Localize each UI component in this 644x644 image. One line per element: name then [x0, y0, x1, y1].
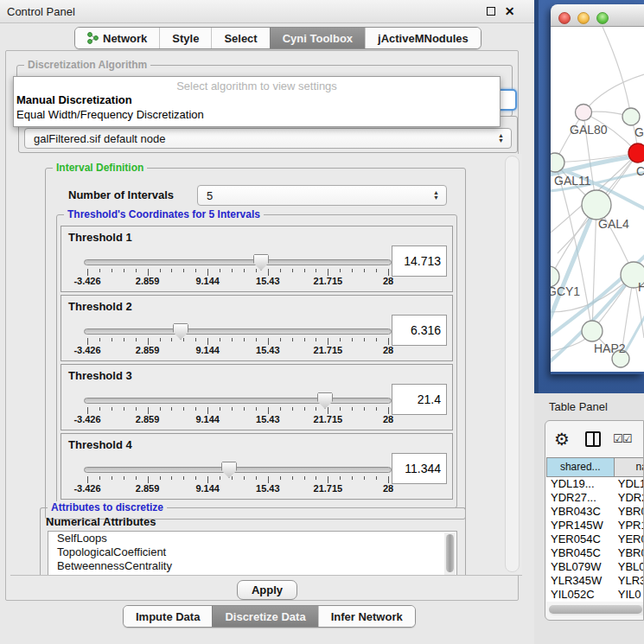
cell[interactable]: YER054C	[546, 532, 615, 546]
table-header-row: shared... name	[546, 457, 644, 477]
tab-infer-network[interactable]: Infer Network	[318, 606, 415, 627]
slider-tick-labels: -3.4262.8599.14415.4321.71528	[87, 345, 388, 355]
threshold-4-value[interactable]: 11.344	[392, 453, 447, 484]
threshold-4-box: Threshold 4 -3.4262.8599.14415.4321.7152…	[61, 433, 453, 500]
tab-impute-data[interactable]: Impute Data	[124, 606, 212, 627]
threshold-2-value[interactable]: 6.316	[392, 315, 447, 346]
cell[interactable]: YPR1	[615, 519, 644, 532]
list-item[interactable]: BetweennessCentrality	[48, 559, 456, 573]
zoom-traffic-light[interactable]	[596, 12, 609, 24]
algorithm-prompt-item[interactable]: Select algorithm to view settings	[14, 80, 500, 92]
interval-definition-group: Interval Definition Number of Intervals …	[45, 168, 466, 520]
table-panel: Table Panel ⚙ ☑☑ shared... name YDL19...…	[534, 393, 644, 644]
attributes-title: Attributes to discretize	[48, 501, 167, 513]
cell[interactable]: YBR045C	[546, 546, 615, 560]
minimize-traffic-light[interactable]	[577, 12, 590, 24]
table-row[interactable]: YER054CYER0	[546, 532, 644, 546]
threshold-1-value[interactable]: 14.713	[392, 245, 447, 277]
table-row[interactable]: YBR045CYBR0	[546, 546, 644, 560]
float-window-icon[interactable]	[485, 6, 496, 17]
cell[interactable]: YDL19...	[546, 477, 615, 491]
split-column-icon[interactable]	[585, 431, 601, 447]
algorithm-item-manual[interactable]: Manual Discretization	[14, 92, 500, 107]
slider-track[interactable]	[84, 467, 392, 473]
table-row[interactable]: YPR145WYPR1	[546, 519, 644, 532]
tab-style[interactable]: Style	[159, 28, 211, 48]
threshold-2-slider[interactable]: -3.4262.8599.14415.4321.71528	[84, 327, 393, 353]
cell[interactable]: YBL0	[615, 560, 644, 574]
cell[interactable]: YPR145W	[546, 519, 615, 532]
column-header-name[interactable]: name	[615, 457, 644, 477]
slider-track[interactable]	[84, 259, 392, 265]
node-red-selected[interactable]	[628, 143, 644, 163]
tab-jactivemnodules[interactable]: jActiveMNodules	[365, 28, 481, 48]
network-window-titlebar[interactable]	[551, 4, 644, 27]
threshold-1-slider[interactable]: -3.4262.8599.14415.4321.71528	[84, 258, 393, 284]
spinner-arrows-icon: ▲▼	[498, 129, 504, 148]
table-row[interactable]: YDL19...YDL1	[546, 477, 644, 491]
thresholds-title: Threshold's Coordinates for 5 Intervals	[64, 208, 264, 220]
node-g[interactable]	[622, 108, 640, 125]
algorithm-item-equal-width[interactable]: Equal Width/Frequency Discretization	[14, 107, 500, 122]
table-data-combo[interactable]: galFiltered.sif default node ▲▼	[24, 128, 512, 149]
network-canvas[interactable]: GAL80 GA C GAL11 GAL4 GCY1 H HAP2	[551, 27, 644, 372]
cell[interactable]: YBL079W	[546, 560, 615, 574]
list-item[interactable]: SelfLoops	[48, 532, 456, 545]
table-row[interactable]: YBL079WYBL0	[546, 560, 644, 574]
threshold-4-slider[interactable]: -3.4262.8599.14415.4321.71528	[84, 465, 393, 491]
tab-select-label: Select	[224, 32, 257, 45]
table-horizontal-scrollbar[interactable]	[549, 605, 644, 615]
thresholds-group: Threshold's Coordinates for 5 Intervals …	[56, 214, 457, 508]
cell[interactable]: YBR0	[615, 546, 644, 560]
slider-track[interactable]	[84, 398, 392, 404]
number-of-intervals-value: 5	[207, 189, 213, 202]
table-row[interactable]: YIL052CYIL0	[546, 588, 644, 602]
discretization-algorithm-title: Discretization Algorithm	[24, 59, 150, 71]
cell[interactable]: YIL052C	[546, 588, 615, 602]
threshold-3-value[interactable]: 21.4	[392, 384, 447, 415]
cell[interactable]: YLR345W	[546, 574, 615, 588]
column-header-shared-name[interactable]: shared...	[546, 457, 615, 477]
cyni-toolbox-panel: Discretization Algorithm Select algorith…	[5, 50, 519, 601]
cell[interactable]: YBR0	[615, 505, 644, 519]
scrollbar-thumb[interactable]	[549, 605, 642, 614]
tab-discretize-data[interactable]: Discretize Data	[212, 606, 317, 627]
settings-scrollbar[interactable]	[505, 156, 520, 572]
node-hap2[interactable]	[582, 321, 603, 341]
table-row[interactable]: YLR345WYLR3	[546, 574, 644, 588]
attributes-scrollbar[interactable]	[444, 532, 456, 576]
number-of-intervals-combo[interactable]: 5 ▲▼	[197, 185, 447, 206]
numerical-attributes-list[interactable]: SelfLoops TopologicalCoefficient Between…	[48, 531, 457, 576]
table-row[interactable]: YDR27...YDR2	[546, 491, 644, 505]
cell[interactable]: YIL0	[615, 588, 644, 602]
slider-track[interactable]	[84, 328, 392, 335]
slider-tick-labels: -3.4262.8599.14415.4321.71528	[87, 483, 388, 494]
tab-network[interactable]: Network	[75, 28, 159, 48]
node-gal11[interactable]	[551, 153, 564, 172]
scrollbar-thumb[interactable]	[446, 534, 454, 572]
threshold-3-box: Threshold 3 -3.4262.8599.14415.4321.7152…	[61, 364, 453, 430]
gear-icon[interactable]: ⚙	[554, 429, 570, 450]
table-row[interactable]: YBR043CYBR0	[546, 505, 644, 519]
panel-title: Control Panel	[7, 5, 75, 18]
node-gal4[interactable]	[582, 190, 611, 220]
close-traffic-light[interactable]	[558, 12, 571, 24]
cell[interactable]: YDR2	[615, 491, 644, 505]
cell[interactable]: YLR3	[615, 574, 644, 588]
list-item[interactable]: TopologicalCoefficient	[48, 545, 456, 559]
apply-button[interactable]: Apply	[237, 580, 297, 600]
slider-ticks	[87, 269, 388, 276]
node-gal80[interactable]	[576, 105, 592, 121]
tab-cyni-toolbox[interactable]: Cyni Toolbox	[270, 28, 365, 48]
bottom-tab-bar: Impute Data Discretize Data Infer Networ…	[123, 605, 416, 628]
checkbox-icons[interactable]: ☑☑	[613, 432, 631, 445]
panel-divider[interactable]	[534, 0, 539, 393]
threshold-3-slider[interactable]: -3.4262.8599.14415.4321.71528	[84, 396, 393, 422]
settings-scroll-view: Interval Definition Number of Intervals …	[10, 154, 522, 576]
cell[interactable]: YER0	[615, 532, 644, 546]
cell[interactable]: YBR043C	[546, 505, 615, 519]
close-icon[interactable]: ✕	[504, 6, 515, 17]
cell[interactable]: YDL1	[615, 477, 644, 491]
cell[interactable]: YDR27...	[546, 491, 615, 505]
tab-select[interactable]: Select	[211, 28, 269, 48]
